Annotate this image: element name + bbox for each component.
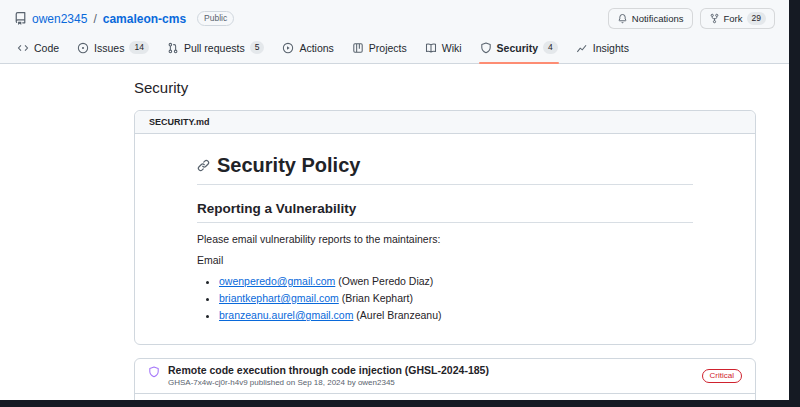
advisory-row[interactable]: Remote code execution through code injec…: [135, 359, 755, 393]
policy-email-label: Email: [197, 254, 693, 266]
policy-subheading: Reporting a Vulnerability: [197, 201, 693, 223]
policy-intro: Please email vulnerability reports to th…: [197, 233, 693, 245]
tab-pull-requests[interactable]: Pull requests5: [158, 33, 273, 63]
tab-label: Insights: [593, 42, 629, 54]
repo-name-link[interactable]: camaleon-cms: [103, 12, 186, 26]
tab-actions[interactable]: Actions: [273, 33, 342, 63]
tab-projects[interactable]: Projects: [343, 33, 416, 63]
breadcrumb-separator: /: [92, 12, 97, 26]
security-policy-box: SECURITY.md Security Policy Reporting a …: [134, 110, 756, 345]
insights-icon: [576, 42, 588, 54]
breadcrumb: owen2345 / camaleon-cms Public: [14, 11, 234, 26]
tab-count: 4: [543, 41, 558, 54]
repo-owner-link[interactable]: owen2345: [32, 12, 87, 26]
policy-heading-row: Security Policy: [197, 154, 693, 185]
issue-icon: [77, 42, 89, 54]
link-icon[interactable]: [197, 159, 210, 172]
tab-security[interactable]: Security4: [471, 33, 567, 63]
notifications-label: Notifications: [632, 13, 684, 24]
contact-name: (Brian Kephart): [339, 292, 413, 304]
projects-icon: [352, 42, 364, 54]
repo-header-area: owen2345 / camaleon-cms Public Notificat…: [0, 0, 789, 64]
tab-count: 14: [129, 41, 148, 54]
code-icon: [17, 42, 29, 54]
tab-issues[interactable]: Issues14: [68, 33, 158, 63]
actions-icon: [282, 42, 294, 54]
fork-count: 29: [747, 12, 766, 25]
contact-email-link[interactable]: owenperedo@gmail.com: [219, 275, 335, 287]
page-title: Security: [134, 79, 756, 96]
tab-label: Wiki: [442, 42, 462, 54]
tab-label: Projects: [369, 42, 407, 54]
pull-request-icon: [167, 42, 179, 54]
policy-file-name: SECURITY.md: [135, 111, 755, 134]
tab-label: Actions: [299, 42, 333, 54]
contact-name: (Aurel Branzeanu): [353, 309, 441, 321]
fork-icon: [709, 13, 720, 24]
tab-code[interactable]: Code: [8, 33, 68, 63]
github-page: owen2345 / camaleon-cms Public Notificat…: [0, 0, 789, 400]
advisory-row[interactable]: Stored XSS through user file upload (GHS…: [135, 393, 755, 400]
contact-item: owenperedo@gmail.com (Owen Peredo Diaz): [219, 275, 693, 287]
tab-wiki[interactable]: Wiki: [416, 33, 471, 63]
severity-badge: Critical: [702, 369, 742, 383]
shield-icon: [480, 42, 492, 54]
repo-icon: [14, 12, 27, 25]
policy-heading: Security Policy: [217, 154, 360, 177]
contact-email-link[interactable]: branzeanu.aurel@gmail.com: [219, 309, 353, 321]
contact-list: owenperedo@gmail.com (Owen Peredo Diaz)b…: [197, 275, 693, 321]
contact-item: branzeanu.aurel@gmail.com (Aurel Branzea…: [219, 309, 693, 321]
advisory-list: Remote code execution through code injec…: [134, 358, 756, 400]
main-content: Security SECURITY.md Security Policy Rep…: [134, 79, 756, 400]
bell-icon: [617, 13, 628, 24]
fork-label: Fork: [724, 13, 743, 24]
tab-label: Security: [497, 42, 538, 54]
advisory-title-link[interactable]: Remote code execution through code injec…: [168, 364, 489, 377]
fork-button[interactable]: Fork 29: [700, 8, 775, 29]
contact-item: briantkephart@gmail.com (Brian Kephart): [219, 292, 693, 304]
tab-insights[interactable]: Insights: [567, 33, 638, 63]
contact-email-link[interactable]: briantkephart@gmail.com: [219, 292, 339, 304]
notifications-button[interactable]: Notifications: [608, 8, 693, 29]
repo-nav: CodeIssues14Pull requests5ActionsProject…: [0, 33, 789, 63]
tab-label: Code: [34, 42, 59, 54]
tab-label: Pull requests: [184, 42, 245, 54]
contact-name: (Owen Peredo Diaz): [335, 275, 433, 287]
wiki-icon: [425, 42, 437, 54]
tab-label: Issues: [94, 42, 124, 54]
advisory-shield-icon: [148, 366, 160, 378]
tab-count: 5: [250, 41, 265, 54]
advisory-meta: GHSA-7x4w-cj0r-h4v9 published on Sep 18,…: [168, 378, 489, 387]
advisory-title-link[interactable]: Stored XSS through user file upload (GHS…: [168, 399, 435, 400]
visibility-badge: Public: [197, 11, 234, 26]
